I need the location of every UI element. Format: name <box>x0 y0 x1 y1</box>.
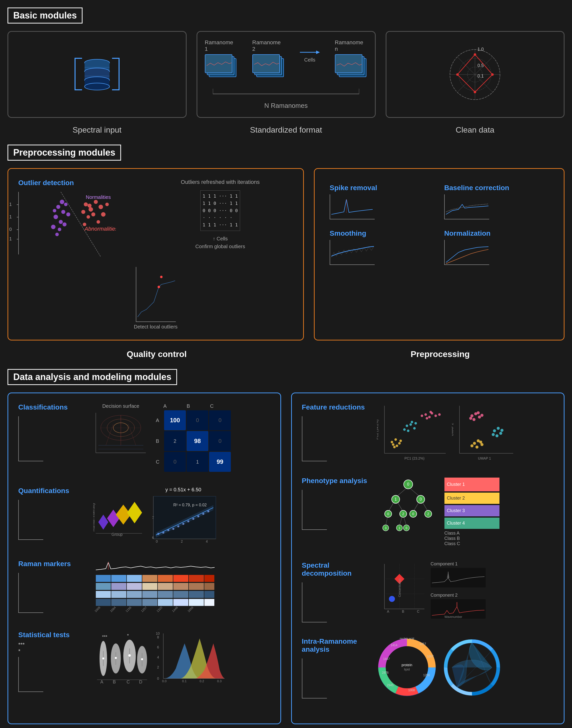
standardized-format-label: Standardized format <box>197 125 376 135</box>
classifications-axis <box>18 416 43 461</box>
svg-point-150 <box>115 657 117 659</box>
svg-rect-127 <box>173 591 188 598</box>
svg-point-187 <box>429 411 432 413</box>
normalities-label: Normalities <box>86 194 111 200</box>
outliers-refreshed-label: Outliers refreshed with iterations <box>147 179 293 185</box>
regression-svg: 6 7 0 2 4 R² = 0.79, p = 0.02 <box>148 494 218 544</box>
spectral-decomposition-item: Spectral decomposition <box>302 561 554 622</box>
spectral-input-label: Spectral input <box>7 125 187 135</box>
basic-module-labels: Spectral input Standardized format Clean… <box>7 123 565 135</box>
svg-text:1084: 1084 <box>109 606 117 613</box>
cm-row-c-label: C <box>156 452 163 472</box>
raman-markers-axis <box>18 573 43 613</box>
normalization-link[interactable]: Normalization <box>444 229 549 238</box>
svg-text:A: A <box>387 609 389 613</box>
phenotype-analysis-item: Phenotype analysis 0 <box>302 477 554 546</box>
svg-text:Wavenumber: Wavenumber <box>444 615 462 619</box>
spectral-decomposition-link[interactable]: Spectral decomposition <box>302 561 352 577</box>
svg-point-24 <box>491 73 494 76</box>
statistical-tests-link[interactable]: Statistical tests <box>18 631 70 639</box>
analysis-header: Data analysis and modeling modules <box>7 369 177 385</box>
component2-svg: Wavenumber <box>431 599 486 619</box>
pca-scatter: PC2 (14.2%) PC1 (23.2%) <box>377 403 447 462</box>
confirm-global-label: Confirm global outliers <box>147 244 293 249</box>
svg-text:0.1: 0.1 <box>478 74 484 78</box>
svg-point-39 <box>53 209 56 212</box>
svg-text:Group: Group <box>112 532 123 537</box>
basic-modules-row: Ramanome 1 Ramanome 2 <box>7 31 565 118</box>
svg-rect-129 <box>204 591 214 598</box>
svg-text:1320: 1320 <box>156 606 163 613</box>
cluster3-bar: Cluster 3 <box>444 504 499 517</box>
svg-rect-110 <box>158 575 173 582</box>
ramanomen-label: Ramanome n <box>335 39 367 52</box>
baseline-correction-link[interactable]: Baseline correction <box>444 184 549 192</box>
quantifications-link[interactable]: Quantifications <box>18 487 69 494</box>
preprocessing-section: Preprocessing modules Outlier detection … <box>7 145 565 359</box>
svg-text:B: B <box>113 679 116 684</box>
confusion-matrix: A 100 0 0 B 2 98 0 C 0 1 <box>156 410 231 472</box>
svg-text:10: 10 <box>156 632 160 636</box>
svg-point-185 <box>438 413 441 416</box>
svg-text:1257: 1257 <box>140 606 148 613</box>
svg-text:1.0: 1.0 <box>478 47 484 52</box>
intra-ramanome-link[interactable]: Intra-Ramanome analysis <box>302 638 357 653</box>
outlier-detection-link[interactable]: Outlier detection <box>18 179 74 187</box>
clean-data-label: Clean data <box>385 125 565 135</box>
outlier-axis: 1 1 0 1 <box>18 192 43 254</box>
qc-bottom-left: Detect local outliers <box>18 267 293 330</box>
svg-text:UMAP 2: UMAP 2 <box>452 423 454 436</box>
svg-rect-106 <box>96 575 111 582</box>
svg-rect-118 <box>158 583 173 590</box>
svg-point-261 <box>389 596 395 602</box>
svg-text:2: 2 <box>427 512 429 516</box>
svg-point-47 <box>98 205 103 209</box>
feature-reductions-item: Feature reductions PC2 (14.2%) PC1 (23.2… <box>302 403 554 462</box>
intra-ramanome-axis <box>302 658 327 699</box>
svg-text:B: B <box>402 609 404 613</box>
svg-text:Concentration: Concentration <box>398 578 402 597</box>
ramanome2-label: Ramanome 2 <box>253 39 285 52</box>
qc-scatter-plot: Abnormalities <box>46 192 116 257</box>
cm-100: 100 <box>164 410 186 430</box>
svg-text:3: 3 <box>385 526 386 530</box>
pca-svg: PC2 (14.2%) PC1 (23.2%) <box>377 403 447 461</box>
svg-text:0.1: 0.1 <box>182 679 187 683</box>
bracket-left <box>75 58 82 90</box>
svg-point-210 <box>477 411 480 414</box>
cm-header-b: B <box>187 403 190 409</box>
normalization-chart <box>444 240 489 265</box>
svg-text:A: A <box>100 679 103 684</box>
cm-b-a: 2 <box>164 431 186 451</box>
confusion-matrix-container: A B C A 100 0 0 B 2 98 <box>156 403 231 472</box>
clean-data-box: 1.0 0.5 0.1 <box>386 31 565 118</box>
violin-svg: *** * A B C D <box>93 631 151 686</box>
raman-markers-link[interactable]: Raman markers <box>18 560 71 568</box>
svg-text:0: 0 <box>419 497 422 501</box>
svg-rect-122 <box>96 591 111 598</box>
classifications-viz: Decision surface <box>93 403 270 472</box>
svg-text:0: 0 <box>407 482 409 486</box>
svg-point-209 <box>473 418 476 421</box>
smoothing-link[interactable]: Smoothing <box>330 229 434 238</box>
svg-point-218 <box>500 429 503 432</box>
phenotype-analysis-link[interactable]: Phenotype analysis <box>302 477 367 484</box>
svg-rect-128 <box>189 591 204 598</box>
svg-text:1008: 1008 <box>408 688 415 692</box>
svg-point-188 <box>406 424 408 427</box>
spike-removal-chart <box>330 194 375 219</box>
svg-point-44 <box>88 207 93 212</box>
svg-text:1448: 1448 <box>171 606 178 613</box>
radar-chart: 1.0 0.5 0.1 <box>442 42 507 107</box>
svg-text:2945: 2945 <box>387 683 394 687</box>
sig-star2: * <box>18 648 88 654</box>
feature-reductions-link[interactable]: Feature reductions <box>302 403 365 411</box>
svg-point-199 <box>392 443 395 446</box>
svg-point-219 <box>473 442 476 445</box>
svg-marker-10 <box>316 51 320 54</box>
component2-item: Component 2 Wavenumber <box>431 593 486 620</box>
classifications-link[interactable]: Classifications <box>18 403 68 411</box>
spike-removal-link[interactable]: Spike removal <box>330 184 434 192</box>
baseline-correction-item: Baseline correction <box>444 184 549 219</box>
svg-marker-76 <box>127 502 142 523</box>
